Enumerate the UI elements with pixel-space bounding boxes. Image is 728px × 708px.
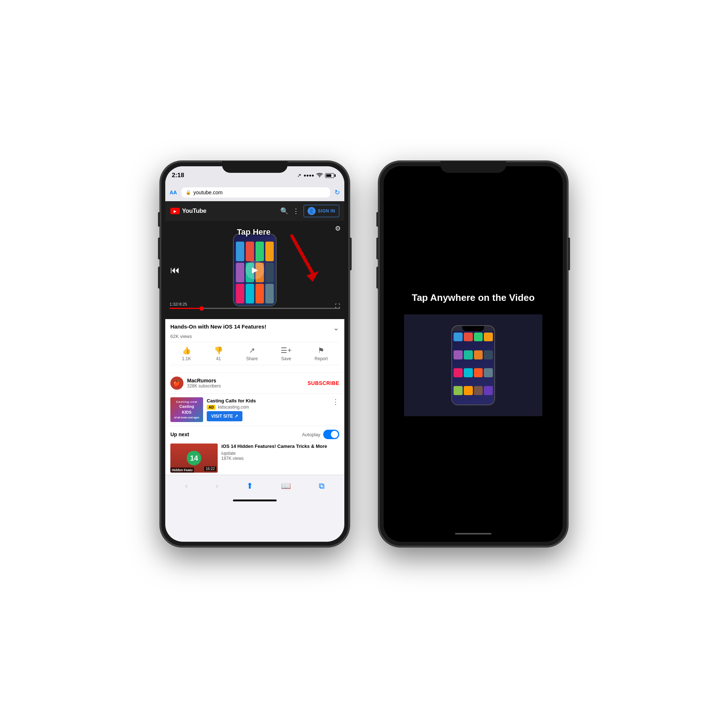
report-button[interactable]: ⚑ Report xyxy=(314,346,328,361)
ad-title: Casting Calls for Kids xyxy=(207,398,328,403)
autoplay-toggle[interactable] xyxy=(323,430,339,439)
back-button[interactable]: ‹ xyxy=(185,481,187,491)
expand-icon[interactable]: ⌄ xyxy=(333,324,339,332)
video-title-row: Hands-On with New iOS 14 Features! ⌄ xyxy=(170,324,339,332)
left-phone: 2:18 ↗ ●●●● xyxy=(160,161,349,547)
rec-views: 187K views xyxy=(221,456,339,461)
save-icon: ☰+ xyxy=(280,346,292,355)
main-container: 2:18 ↗ ●●●● xyxy=(0,0,728,708)
video-player[interactable]: ▶ ⏮ ⚙ Tap Here 1:3 xyxy=(165,221,344,319)
search-icon[interactable]: 🔍 xyxy=(280,207,288,215)
p-app-16 xyxy=(484,386,493,395)
skip-back-button[interactable]: ⏮ xyxy=(170,264,180,276)
video-preview-box[interactable] xyxy=(404,314,542,416)
bookmarks-button[interactable]: 📖 xyxy=(281,481,291,491)
mini-app-12 xyxy=(265,284,274,303)
power-button[interactable] xyxy=(349,238,352,270)
share-button-safari[interactable]: ⬆ xyxy=(246,481,253,491)
yt-logo-text: YouTube xyxy=(182,207,206,215)
play-button[interactable]: ▶ xyxy=(246,261,264,279)
right-phone-volume-up[interactable] xyxy=(376,238,379,260)
rec-info: iOS 14 Hidden Features! Camera Tricks & … xyxy=(221,444,339,473)
right-phone-screen[interactable]: Tap Anywhere on the Video xyxy=(384,166,563,542)
url-text: youtube.com xyxy=(193,190,222,195)
progress-track[interactable] xyxy=(170,308,340,309)
video-title: Hands-On with New iOS 14 Features! xyxy=(170,324,333,329)
autoplay-row: Autoplay xyxy=(302,430,339,439)
recommendation-card[interactable]: 14 Hidden Featu 16:22 iOS 14 Hidden Feat… xyxy=(165,441,344,475)
right-phone-power-button[interactable] xyxy=(568,238,570,270)
total-time: / xyxy=(177,302,178,306)
yt-header-icons: 🔍 ⋮ 👤 SIGN IN xyxy=(280,205,339,217)
yt-logo-icon xyxy=(170,208,180,214)
url-box[interactable]: 🔒 youtube.com xyxy=(181,187,330,197)
volume-up-button[interactable] xyxy=(158,238,160,260)
safari-bottom-bar: ‹ › ⬆ 📖 ⧉ xyxy=(165,475,344,497)
yt-header: YouTube 🔍 ⋮ 👤 SIGN IN xyxy=(165,201,344,221)
fullscreen-button[interactable]: ⛶ xyxy=(335,303,340,309)
dislike-button[interactable]: 👎 41 xyxy=(214,346,223,361)
autoplay-text: Autoplay xyxy=(302,432,320,437)
tap-here-annotation: Tap Here xyxy=(237,228,271,237)
signin-button[interactable]: 👤 SIGN IN xyxy=(304,205,339,217)
more-icon[interactable]: ⋮ xyxy=(293,207,299,215)
reload-button[interactable]: ↻ xyxy=(334,189,340,196)
progress-fill xyxy=(170,308,200,309)
current-time: 1:32 xyxy=(170,302,177,306)
p-app-6 xyxy=(464,350,473,360)
home-indicator xyxy=(165,497,344,504)
mini-app-5 xyxy=(236,263,244,282)
left-phone-screen: 2:18 ↗ ●●●● xyxy=(165,166,344,542)
mini-app-8 xyxy=(265,263,274,282)
address-bar[interactable]: AA 🔒 youtube.com ↻ xyxy=(165,184,344,201)
rec-thumbnail: 14 Hidden Featu 16:22 xyxy=(170,444,218,473)
forward-button[interactable]: › xyxy=(216,481,218,491)
home-bar xyxy=(233,499,277,501)
p-app-15 xyxy=(474,386,483,395)
mini-app-3 xyxy=(256,242,264,261)
p-app-12 xyxy=(484,368,493,377)
signin-avatar: 👤 xyxy=(308,207,315,215)
p-app-13 xyxy=(453,386,463,395)
p-app-3 xyxy=(474,332,483,342)
video-progress[interactable]: 1:32 / 8:25 ⛶ xyxy=(170,302,340,309)
volume-down-button[interactable] xyxy=(158,267,160,289)
mini-app-2 xyxy=(246,242,254,261)
tabs-button[interactable]: ⧉ xyxy=(319,481,325,491)
channel-row: 🍎 MacRumors 328K subscribers SUBSCRIBE xyxy=(165,373,344,394)
red-arrow xyxy=(282,232,326,290)
right-phone-volume-down[interactable] xyxy=(376,267,379,289)
like-button[interactable]: 👍 1.1K xyxy=(182,346,191,361)
aa-button[interactable]: AA xyxy=(170,190,177,195)
p-app-5 xyxy=(453,350,463,360)
p-app-7 xyxy=(474,350,483,360)
ios14-badge: 14 xyxy=(187,451,201,465)
notch xyxy=(222,161,288,173)
save-label: Save xyxy=(281,356,291,361)
video-settings-icon[interactable]: ⚙ xyxy=(335,225,341,232)
share-icon: ↗ xyxy=(249,346,255,355)
p-app-11 xyxy=(474,368,483,377)
right-phone: Tap Anywhere on the Video xyxy=(379,161,568,547)
silent-button[interactable] xyxy=(158,212,160,227)
mini-app-1 xyxy=(236,242,244,261)
total-duration: 8:25 xyxy=(179,302,340,306)
up-next-label: Up next xyxy=(170,431,189,437)
flag-icon: ⚑ xyxy=(318,346,324,355)
video-actions: 👍 1.1K 👎 41 ↗ Share ☰+ xyxy=(170,342,339,365)
save-button[interactable]: ☰+ Save xyxy=(280,346,292,361)
rec-title: iOS 14 Hidden Features! Camera Tricks & … xyxy=(221,444,339,450)
right-home-indicator xyxy=(455,533,491,534)
rec-duration: 16:22 xyxy=(204,466,216,471)
ad-menu-icon[interactable]: ⋮ xyxy=(332,397,339,406)
dark-content: Tap Anywhere on the Video xyxy=(384,166,563,542)
subscribe-button[interactable]: SUBSCRIBE xyxy=(308,380,339,386)
right-phone-silent-button[interactable] xyxy=(376,212,379,227)
p-app-4 xyxy=(484,332,493,342)
visit-site-button[interactable]: VISIT SITE ↗ xyxy=(207,411,243,421)
ad-card: Casting.com Casting KIDS of all looks an… xyxy=(165,394,344,426)
channel-name: MacRumors xyxy=(187,378,221,383)
up-next-header: Up next Autoplay xyxy=(165,426,344,441)
share-button[interactable]: ↗ Share xyxy=(246,346,258,361)
signal-icon: ●●●● xyxy=(304,173,314,178)
